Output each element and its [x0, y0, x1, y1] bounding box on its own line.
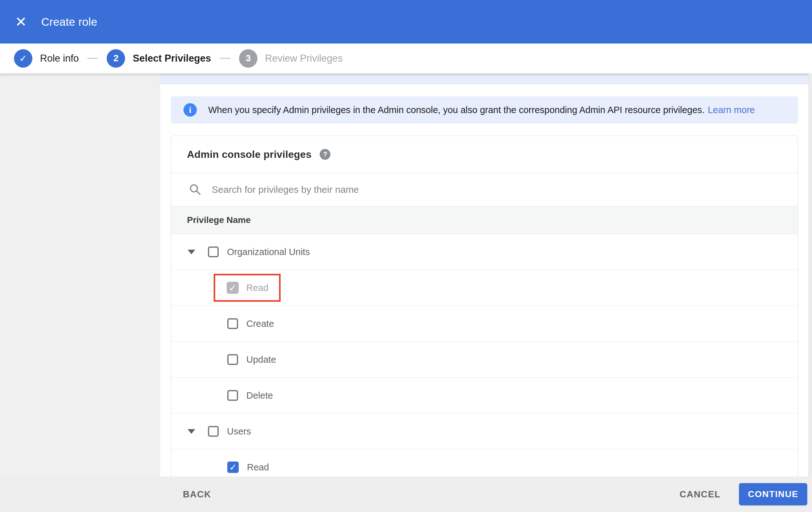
- step-label: Review Privileges: [265, 53, 343, 64]
- privilege-checkbox[interactable]: [208, 246, 219, 257]
- privilege-label: Delete: [246, 390, 273, 401]
- scrolled-tab-strip: [160, 74, 809, 84]
- table-row: Organizational Units: [171, 234, 798, 270]
- privilege-label: Read: [247, 462, 269, 473]
- content-pane: i When you specify Admin privileges in t…: [160, 74, 812, 477]
- footer-bar: BACK CANCEL CONTINUE: [0, 477, 812, 512]
- table-header-label: Privilege Name: [187, 215, 251, 225]
- privilege-label: Create: [246, 319, 274, 329]
- selection-highlight: ✓Read: [214, 274, 281, 302]
- search-row: [171, 173, 798, 206]
- help-icon[interactable]: ?: [320, 149, 330, 160]
- info-icon: i: [183, 103, 197, 116]
- step-number-icon: 3: [239, 49, 257, 68]
- privilege-checkbox[interactable]: ✓: [227, 282, 239, 294]
- close-icon[interactable]: ✕: [14, 15, 28, 29]
- table-row: Users: [171, 413, 798, 450]
- back-button[interactable]: BACK: [181, 477, 213, 512]
- table-header: Privilege Name: [171, 206, 798, 234]
- expand-arrow-icon[interactable]: [187, 250, 195, 254]
- privilege-checkbox[interactable]: [227, 354, 238, 365]
- card-title: Admin console privileges: [187, 149, 311, 160]
- step-label: Role info: [40, 53, 79, 64]
- step-review-privileges[interactable]: 3 Review Privileges: [239, 49, 343, 68]
- privilege-checkbox[interactable]: ✓: [227, 461, 239, 473]
- privilege-label: Users: [227, 426, 251, 437]
- privilege-table-body: Organizational Units✓ReadCreateUpdateDel…: [171, 234, 798, 477]
- step-connector: [220, 58, 230, 59]
- info-banner: i When you specify Admin privileges in t…: [171, 96, 798, 124]
- banner-text: When you specify Admin privileges in the…: [208, 105, 705, 115]
- privilege-checkbox[interactable]: [208, 426, 219, 437]
- cancel-button[interactable]: CANCEL: [678, 477, 723, 512]
- search-icon: [189, 183, 202, 196]
- table-row: ✓Read: [171, 450, 798, 477]
- scrollbar[interactable]: [809, 74, 812, 477]
- left-sidebar: [0, 74, 160, 477]
- privilege-checkbox[interactable]: [227, 390, 238, 401]
- dialog-body: i When you specify Admin privileges in t…: [0, 74, 812, 477]
- step-number-icon: 2: [107, 49, 125, 68]
- privilege-label: Organizational Units: [227, 247, 310, 257]
- table-row: Update: [171, 342, 798, 378]
- learn-more-link[interactable]: Learn more: [708, 105, 755, 115]
- expand-arrow-icon[interactable]: [187, 429, 195, 434]
- dialog-title: Create role: [41, 16, 97, 28]
- step-label: Select Privileges: [133, 53, 211, 64]
- step-done-check-icon: ✓: [14, 49, 32, 68]
- table-row: Delete: [171, 378, 798, 413]
- step-role-info[interactable]: ✓ Role info: [14, 49, 79, 68]
- step-select-privileges[interactable]: 2 Select Privileges: [107, 49, 211, 68]
- card-title-row: Admin console privileges ?: [171, 136, 798, 173]
- privilege-label: Read: [246, 283, 268, 293]
- table-row: ✓Read: [171, 270, 798, 306]
- privilege-checkbox[interactable]: [227, 318, 238, 329]
- table-row: Create: [171, 306, 798, 342]
- step-connector: [87, 58, 98, 59]
- privileges-card: Admin console privileges ? Privilege Nam…: [171, 136, 798, 477]
- continue-button[interactable]: CONTINUE: [739, 483, 807, 505]
- search-input[interactable]: [211, 180, 798, 199]
- privilege-label: Update: [246, 354, 276, 365]
- wizard-stepper: ✓ Role info 2 Select Privileges 3 Review…: [0, 44, 812, 73]
- dialog-header: ✕ Create role: [0, 0, 812, 44]
